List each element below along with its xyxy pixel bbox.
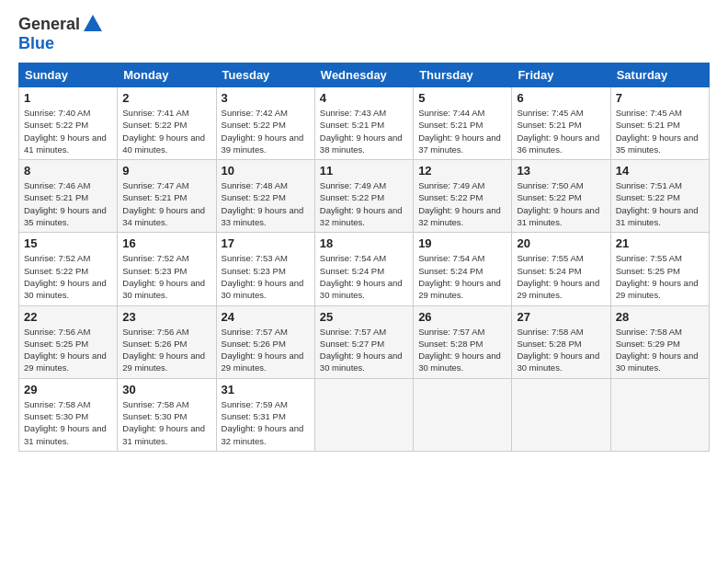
column-header-friday: Friday (512, 63, 610, 87)
header: General Blue (18, 15, 710, 53)
calendar-cell (512, 378, 610, 451)
day-info: Sunrise: 7:55 AMSunset: 5:25 PMDaylight:… (616, 253, 699, 300)
day-number: 10 (222, 164, 310, 178)
calendar-cell: 19 Sunrise: 7:54 AMSunset: 5:24 PMDaylig… (414, 233, 512, 305)
day-info: Sunrise: 7:43 AMSunset: 5:21 PMDaylight:… (320, 108, 403, 155)
column-header-thursday: Thursday (414, 63, 512, 87)
day-number: 28 (616, 310, 704, 324)
day-number: 29 (24, 383, 112, 396)
calendar-cell: 23 Sunrise: 7:56 AMSunset: 5:26 PMDaylig… (118, 305, 216, 378)
calendar-cell (314, 378, 413, 451)
day-number: 25 (320, 310, 408, 324)
calendar-cell: 1 Sunrise: 7:40 AMSunset: 5:22 PMDayligh… (19, 87, 118, 160)
day-info: Sunrise: 7:52 AMSunset: 5:23 PMDaylight:… (122, 253, 205, 300)
week-row-4: 22 Sunrise: 7:56 AMSunset: 5:25 PMDaylig… (19, 305, 710, 378)
calendar-cell: 4 Sunrise: 7:43 AMSunset: 5:21 PMDayligh… (314, 87, 413, 160)
calendar-cell: 5 Sunrise: 7:44 AMSunset: 5:21 PMDayligh… (414, 87, 512, 160)
day-info: Sunrise: 7:44 AMSunset: 5:21 PMDaylight:… (418, 108, 501, 155)
column-header-wednesday: Wednesday (314, 63, 413, 87)
calendar-cell (610, 378, 709, 451)
day-info: Sunrise: 7:54 AMSunset: 5:24 PMDaylight:… (320, 253, 403, 300)
week-row-1: 1 Sunrise: 7:40 AMSunset: 5:22 PMDayligh… (19, 87, 710, 160)
calendar-cell: 27 Sunrise: 7:58 AMSunset: 5:28 PMDaylig… (512, 305, 610, 378)
calendar-cell: 2 Sunrise: 7:41 AMSunset: 5:22 PMDayligh… (118, 87, 216, 160)
day-info: Sunrise: 7:57 AMSunset: 5:26 PMDaylight:… (222, 327, 304, 373)
calendar-cell: 8 Sunrise: 7:46 AMSunset: 5:21 PMDayligh… (19, 160, 118, 233)
day-number: 24 (222, 310, 310, 324)
day-number: 12 (418, 164, 506, 178)
logo: General Blue (18, 15, 102, 53)
calendar-cell: 18 Sunrise: 7:54 AMSunset: 5:24 PMDaylig… (314, 233, 413, 305)
day-number: 1 (24, 91, 112, 105)
logo-icon (84, 15, 102, 31)
day-number: 13 (517, 164, 605, 178)
column-header-monday: Monday (118, 63, 216, 87)
calendar-cell (414, 378, 512, 451)
calendar-cell: 3 Sunrise: 7:42 AMSunset: 5:22 PMDayligh… (216, 87, 314, 160)
page: General Blue SundayMondayTuesdayWednesda… (0, 0, 728, 563)
day-number: 2 (122, 91, 210, 105)
week-row-2: 8 Sunrise: 7:46 AMSunset: 5:21 PMDayligh… (19, 160, 710, 233)
day-number: 19 (418, 236, 506, 250)
day-number: 16 (122, 236, 210, 250)
calendar-body: 1 Sunrise: 7:40 AMSunset: 5:22 PMDayligh… (19, 87, 710, 452)
calendar-cell: 25 Sunrise: 7:57 AMSunset: 5:27 PMDaylig… (314, 305, 413, 378)
week-row-3: 15 Sunrise: 7:52 AMSunset: 5:22 PMDaylig… (19, 233, 710, 305)
day-info: Sunrise: 7:57 AMSunset: 5:27 PMDaylight:… (320, 327, 403, 373)
day-info: Sunrise: 7:45 AMSunset: 5:21 PMDaylight:… (616, 108, 699, 155)
day-number: 20 (517, 236, 605, 250)
day-number: 22 (24, 310, 112, 324)
day-info: Sunrise: 7:52 AMSunset: 5:22 PMDaylight:… (24, 253, 107, 300)
calendar-cell: 24 Sunrise: 7:57 AMSunset: 5:26 PMDaylig… (216, 305, 314, 378)
day-number: 17 (222, 236, 310, 250)
day-number: 4 (320, 91, 408, 105)
calendar-cell: 17 Sunrise: 7:53 AMSunset: 5:23 PMDaylig… (216, 233, 314, 305)
calendar-cell: 13 Sunrise: 7:50 AMSunset: 5:22 PMDaylig… (512, 160, 610, 233)
column-header-sunday: Sunday (19, 63, 118, 87)
calendar-cell: 11 Sunrise: 7:49 AMSunset: 5:22 PMDaylig… (314, 160, 413, 233)
day-info: Sunrise: 7:40 AMSunset: 5:22 PMDaylight:… (24, 108, 107, 155)
day-info: Sunrise: 7:45 AMSunset: 5:21 PMDaylight:… (517, 108, 599, 155)
day-number: 31 (222, 383, 310, 396)
logo-general: General (18, 15, 80, 34)
day-info: Sunrise: 7:42 AMSunset: 5:22 PMDaylight:… (222, 108, 304, 155)
column-header-tuesday: Tuesday (216, 63, 314, 87)
day-info: Sunrise: 7:58 AMSunset: 5:28 PMDaylight:… (517, 327, 599, 373)
day-info: Sunrise: 7:50 AMSunset: 5:22 PMDaylight:… (517, 180, 599, 227)
calendar-cell: 12 Sunrise: 7:49 AMSunset: 5:22 PMDaylig… (414, 160, 512, 233)
day-number: 7 (616, 91, 704, 105)
day-number: 30 (122, 383, 210, 396)
calendar-cell: 26 Sunrise: 7:57 AMSunset: 5:28 PMDaylig… (414, 305, 512, 378)
calendar-cell: 16 Sunrise: 7:52 AMSunset: 5:23 PMDaylig… (118, 233, 216, 305)
day-number: 14 (616, 164, 704, 178)
day-info: Sunrise: 7:49 AMSunset: 5:22 PMDaylight:… (418, 180, 501, 227)
day-number: 21 (616, 236, 704, 250)
calendar-table: SundayMondayTuesdayWednesdayThursdayFrid… (18, 63, 710, 452)
calendar-cell: 7 Sunrise: 7:45 AMSunset: 5:21 PMDayligh… (610, 87, 709, 160)
day-info: Sunrise: 7:58 AMSunset: 5:29 PMDaylight:… (616, 327, 699, 373)
day-info: Sunrise: 7:56 AMSunset: 5:25 PMDaylight:… (24, 327, 107, 373)
day-info: Sunrise: 7:57 AMSunset: 5:28 PMDaylight:… (418, 327, 501, 373)
day-info: Sunrise: 7:58 AMSunset: 5:30 PMDaylight:… (122, 399, 205, 446)
day-number: 9 (122, 164, 210, 178)
day-number: 11 (320, 164, 408, 178)
day-number: 23 (122, 310, 210, 324)
day-info: Sunrise: 7:59 AMSunset: 5:31 PMDaylight:… (222, 399, 304, 446)
day-number: 27 (517, 310, 605, 324)
day-info: Sunrise: 7:51 AMSunset: 5:22 PMDaylight:… (616, 180, 699, 227)
calendar-cell: 28 Sunrise: 7:58 AMSunset: 5:29 PMDaylig… (610, 305, 709, 378)
day-info: Sunrise: 7:47 AMSunset: 5:21 PMDaylight:… (122, 180, 205, 227)
day-number: 6 (517, 91, 605, 105)
week-row-5: 29 Sunrise: 7:58 AMSunset: 5:30 PMDaylig… (19, 378, 710, 451)
column-header-saturday: Saturday (610, 63, 709, 87)
calendar-cell: 20 Sunrise: 7:55 AMSunset: 5:24 PMDaylig… (512, 233, 610, 305)
calendar-cell: 9 Sunrise: 7:47 AMSunset: 5:21 PMDayligh… (118, 160, 216, 233)
calendar-cell: 31 Sunrise: 7:59 AMSunset: 5:31 PMDaylig… (216, 378, 314, 451)
calendar-cell: 14 Sunrise: 7:51 AMSunset: 5:22 PMDaylig… (610, 160, 709, 233)
day-number: 3 (222, 91, 310, 105)
logo-blue: Blue (18, 34, 54, 53)
day-number: 15 (24, 236, 112, 250)
day-info: Sunrise: 7:53 AMSunset: 5:23 PMDaylight:… (222, 253, 304, 300)
calendar-cell: 30 Sunrise: 7:58 AMSunset: 5:30 PMDaylig… (118, 378, 216, 451)
day-info: Sunrise: 7:56 AMSunset: 5:26 PMDaylight:… (122, 327, 205, 373)
